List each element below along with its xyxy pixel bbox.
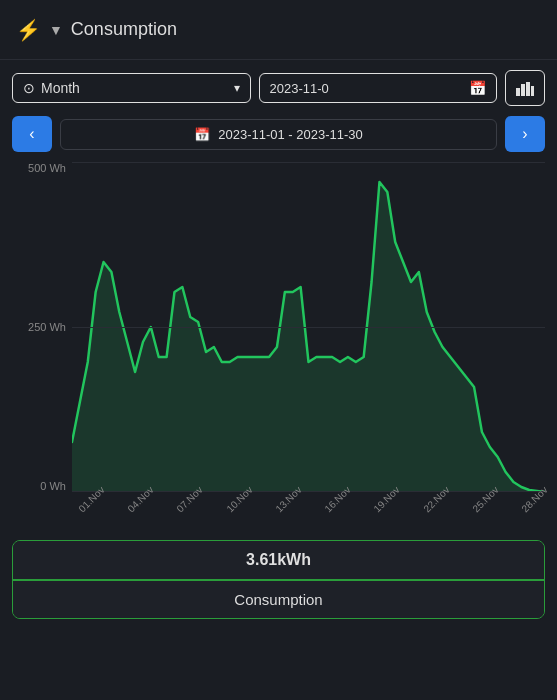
y-label-250: 250 Wh	[28, 321, 66, 333]
range-calendar-icon: 📅	[194, 127, 210, 142]
period-label: Month	[41, 80, 228, 96]
x-axis: 01.Nov 04.Nov 07.Nov 10.Nov 13.Nov 16.No…	[72, 492, 545, 532]
y-label-0: 0 Wh	[40, 480, 66, 492]
header-chevron-icon[interactable]: ▼	[49, 22, 63, 38]
chart-area	[72, 162, 545, 492]
svg-rect-0	[516, 88, 520, 96]
bar-chart-icon	[516, 80, 534, 96]
svg-rect-3	[531, 86, 534, 96]
period-selector[interactable]: ⊙ Month ▾	[12, 73, 251, 103]
calendar-icon: 📅	[469, 80, 486, 96]
chart-grid	[72, 162, 545, 492]
header: ⚡ ▼ Consumption	[0, 0, 557, 60]
nav-row: ‹ 📅 2023-11-01 - 2023-11-30 ›	[0, 116, 557, 162]
chart-container: 500 Wh 250 Wh 0 Wh 01.Nov 04.Nov 07.Nov …	[12, 162, 545, 532]
period-chevron-icon: ▾	[234, 81, 240, 95]
prev-button[interactable]: ‹	[12, 116, 52, 152]
bottom-panel: 3.61kWh Consumption	[12, 540, 545, 619]
date-range-display: 📅 2023-11-01 - 2023-11-30	[60, 119, 497, 150]
total-value: 3.61kWh	[13, 541, 544, 581]
prev-icon: ‹	[29, 125, 34, 143]
clock-icon: ⊙	[23, 80, 35, 96]
controls-row: ⊙ Month ▾ 2023-11-0 📅	[0, 60, 557, 116]
date-range-text: 2023-11-01 - 2023-11-30	[218, 127, 363, 142]
y-label-500: 500 Wh	[28, 162, 66, 174]
svg-rect-1	[521, 84, 525, 96]
lightning-icon: ⚡	[16, 18, 41, 42]
grid-line-top	[72, 162, 545, 163]
total-label: Consumption	[13, 581, 544, 618]
next-icon: ›	[522, 125, 527, 143]
chart-type-button[interactable]	[505, 70, 545, 106]
grid-line-mid	[72, 327, 545, 328]
next-button[interactable]: ›	[505, 116, 545, 152]
svg-rect-2	[526, 82, 530, 96]
y-axis: 500 Wh 250 Wh 0 Wh	[12, 162, 72, 492]
date-input-value: 2023-11-0	[270, 81, 464, 96]
date-input[interactable]: 2023-11-0 📅	[259, 73, 498, 103]
page-title: Consumption	[71, 19, 177, 40]
